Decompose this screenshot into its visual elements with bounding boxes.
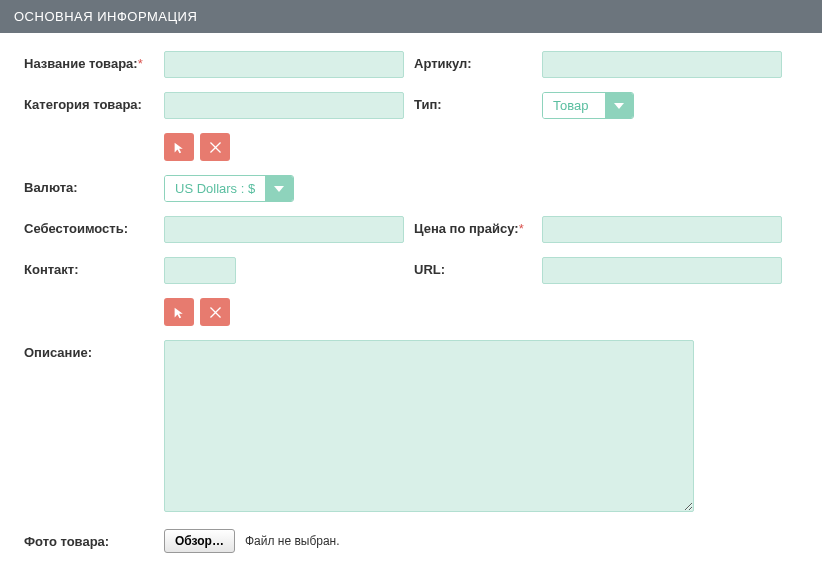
- label-photo: Фото товара:: [24, 529, 164, 549]
- label-type: Тип:: [414, 92, 542, 112]
- category-clear-button[interactable]: [200, 133, 230, 161]
- cost-price-input[interactable]: [164, 216, 404, 243]
- label-cost-price: Себестоимость:: [24, 216, 164, 236]
- main-info-panel: ОСНОВНАЯ ИНФОРМАЦИЯ Название товара:* Ар…: [0, 0, 822, 563]
- category-select-button[interactable]: [164, 133, 194, 161]
- article-input[interactable]: [542, 51, 782, 78]
- contact-select-button[interactable]: [164, 298, 194, 326]
- chevron-down-icon: [605, 93, 633, 118]
- label-article: Артикул:: [414, 51, 542, 71]
- file-browse-button[interactable]: Обзор…: [164, 529, 235, 553]
- close-icon: [210, 142, 221, 153]
- panel-header: ОСНОВНАЯ ИНФОРМАЦИЯ: [0, 0, 822, 33]
- product-name-input[interactable]: [164, 51, 404, 78]
- contact-input[interactable]: [164, 257, 236, 284]
- label-currency: Валюта:: [24, 175, 164, 195]
- chevron-down-icon: [265, 176, 293, 201]
- required-mark: *: [138, 56, 143, 71]
- currency-select[interactable]: US Dollars : $: [164, 175, 294, 202]
- label-contact: Контакт:: [24, 257, 164, 277]
- description-textarea[interactable]: [164, 340, 694, 512]
- label-category: Категория товара:: [24, 92, 164, 112]
- category-input[interactable]: [164, 92, 404, 119]
- cursor-icon: [173, 306, 186, 319]
- panel-body: Название товара:* Артикул: Категория тов…: [0, 33, 822, 563]
- file-status: Файл не выбран.: [245, 534, 340, 548]
- contact-clear-button[interactable]: [200, 298, 230, 326]
- label-description: Описание:: [24, 340, 164, 360]
- cursor-icon: [173, 141, 186, 154]
- label-url: URL:: [414, 257, 542, 277]
- url-input[interactable]: [542, 257, 782, 284]
- list-price-input[interactable]: [542, 216, 782, 243]
- type-select[interactable]: Товар: [542, 92, 634, 119]
- panel-title: ОСНОВНАЯ ИНФОРМАЦИЯ: [14, 9, 197, 24]
- required-mark: *: [519, 221, 524, 236]
- currency-select-value: US Dollars : $: [165, 176, 265, 201]
- close-icon: [210, 307, 221, 318]
- label-list-price: Цена по прайсу:*: [414, 216, 542, 236]
- label-product-name: Название товара:*: [24, 51, 164, 71]
- type-select-value: Товар: [543, 93, 605, 118]
